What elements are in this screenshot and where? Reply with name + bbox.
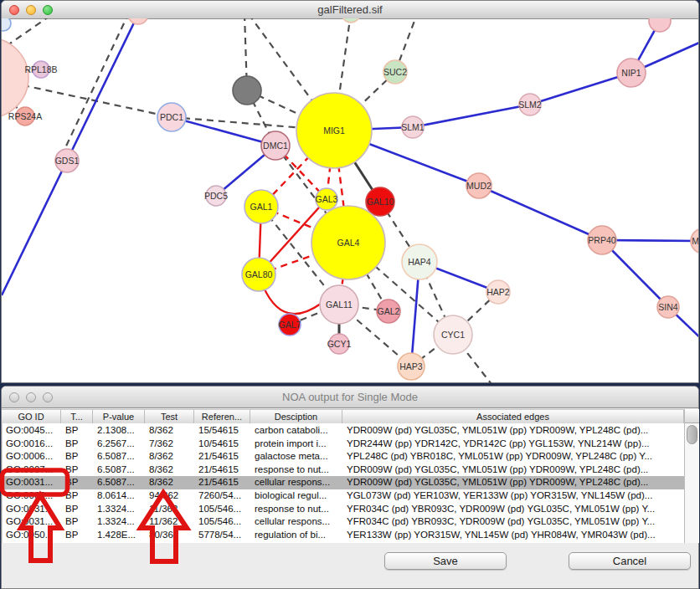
table-row[interactable]: GO:0007...BP6.5087...8/36221/54615respon…	[3, 464, 685, 477]
cell-pvalue: 6.5087...	[94, 464, 146, 477]
node-circle[interactable]	[649, 18, 671, 32]
node-circle[interactable]	[2, 38, 28, 118]
node-circle[interactable]	[233, 76, 261, 105]
node-unlabeled[interactable]	[2, 38, 28, 118]
column-header-test[interactable]: Test	[145, 410, 194, 423]
node-unlabeled[interactable]	[2, 18, 11, 31]
cell-test: 8/362	[146, 424, 195, 438]
node-PDC1[interactable]: PDC1	[157, 103, 186, 131]
save-button[interactable]: Save	[384, 552, 507, 570]
cell-edges: YPL248C (pd) YBR018C, YML051W (pp) YDR00…	[343, 450, 685, 464]
cell-description: carbon cataboli...	[251, 424, 343, 438]
node-circle[interactable]	[2, 18, 11, 31]
cell-test: 8/362	[146, 476, 195, 489]
table-row[interactable]: GO:0006...BP6.5087...8/36221/54615galact…	[3, 450, 685, 464]
minimize-button-icon[interactable]	[26, 392, 36, 402]
node-GAL1[interactable]: GAL1	[244, 190, 278, 223]
node-label: GAL80	[245, 269, 273, 279]
node-SLM2[interactable]: SLM2	[518, 94, 542, 115]
table-row[interactable]: GO:0045...BP2.1308...8/36215/54615carbon…	[3, 424, 685, 438]
node-RPL18B[interactable]: RPL18B	[24, 61, 57, 78]
node-circle[interactable]	[342, 18, 360, 23]
network-edge[interactable]	[2, 161, 67, 295]
node-label: MUD2	[466, 181, 492, 191]
node-SIN4[interactable]: SIN4	[657, 296, 679, 318]
cell-description: cellular respons...	[251, 476, 343, 489]
node-GAL11[interactable]: GAL11	[320, 285, 358, 324]
node-GAL10[interactable]: GAL10	[366, 187, 394, 216]
noa-titlebar[interactable]: NOA output for Single Mode	[2, 387, 698, 408]
network-window: galFiltered.sif RPL18BRPS24AGDS1PDC1DMC1…	[1, 0, 699, 383]
node-PRP40[interactable]: PRP40	[588, 226, 616, 254]
node-GDS1[interactable]: GDS1	[55, 149, 80, 172]
cell-reference: 7260/54...	[195, 489, 251, 503]
node-HAP4[interactable]: HAP4	[402, 244, 437, 279]
close-button-icon[interactable]	[9, 392, 19, 402]
network-titlebar[interactable]: galFiltered.sif	[2, 1, 698, 19]
network-canvas[interactable]: RPL18BRPS24AGDS1PDC1DMC1MIG1SUC2SLM1SLM2…	[2, 18, 698, 383]
zoom-button-icon[interactable]	[43, 5, 53, 15]
column-header-description[interactable]: Desciption	[250, 410, 342, 423]
table-row-selected[interactable]: GO:0031...BP6.5087...8/36221/54615cellul…	[3, 476, 685, 489]
node-label: DMC1	[263, 141, 288, 151]
node-circle[interactable]	[128, 18, 148, 24]
node-HAP2[interactable]: HAP2	[486, 280, 510, 304]
node-label: PRP40	[588, 235, 615, 245]
table-row[interactable]: GO:0016...BP6.2567...7/36210/54615protei…	[3, 438, 685, 451]
network-edge[interactable]	[479, 186, 602, 240]
network-edge[interactable]	[413, 105, 530, 127]
scrollbar-thumb[interactable]	[687, 425, 697, 444]
node-label: RPS24A	[8, 111, 42, 121]
cell-description: protein import i...	[251, 438, 343, 451]
cell-description: response to nut...	[251, 464, 343, 477]
column-header-reference[interactable]: Referen...	[194, 410, 250, 423]
node-HAP3[interactable]: HAP3	[398, 353, 425, 380]
node-label: SLM2	[518, 100, 542, 110]
node-unlabeled[interactable]	[649, 18, 671, 32]
node-MUD2[interactable]: MUD2	[466, 173, 492, 198]
node-GAL7[interactable]: GAL7	[279, 314, 301, 335]
zoom-button-icon[interactable]	[43, 392, 53, 402]
column-header-go[interactable]: GO ID	[2, 410, 61, 423]
cancel-button[interactable]: Cancel	[569, 552, 691, 570]
node-SUC2[interactable]: SUC2	[383, 60, 407, 84]
minimize-button-icon[interactable]	[26, 5, 36, 15]
vertical-scrollbar[interactable]	[684, 409, 699, 543]
table-row[interactable]: GO:0065...BP8.0614...94/3627260/54...bio…	[3, 489, 685, 503]
node-CYC1[interactable]: CYC1	[434, 315, 472, 354]
close-button-icon[interactable]	[9, 5, 19, 15]
table-row[interactable]: GO:0031...BP1.3324...11/362105/546...res…	[3, 503, 685, 516]
network-edge[interactable]	[64, 18, 129, 151]
node-label: HAP2	[486, 287, 510, 297]
network-edge[interactable]	[530, 73, 631, 105]
column-header-pvalue[interactable]: P-value	[93, 410, 145, 423]
node-GAL3[interactable]: GAL3	[316, 188, 338, 210]
node-DMC1[interactable]: DMC1	[261, 131, 290, 160]
node-GAL2[interactable]: GAL2	[377, 300, 400, 323]
cell-pvalue: 8.0614...	[94, 489, 146, 503]
noa-window-title: NOA output for Single Mode	[2, 387, 698, 407]
node-label: GCY1	[327, 339, 352, 349]
node-GAL80[interactable]: GAL80	[242, 258, 275, 291]
table-row[interactable]: GO:0031...BP1.3324...11/362105/546...cel…	[3, 515, 685, 529]
node-unlabeled[interactable]	[233, 76, 261, 105]
node-MIG1[interactable]: MIG1	[296, 93, 372, 168]
cell-type: BP	[62, 476, 94, 489]
node-NIP1[interactable]: NIP1	[617, 59, 646, 87]
node-GCY1[interactable]: GCY1	[327, 334, 352, 354]
cell-pvalue: 1.3324...	[94, 503, 146, 516]
node-label: GDS1	[55, 156, 80, 166]
cell-reference: 105/546...	[195, 515, 251, 529]
node-SLM1[interactable]: SLM1	[401, 116, 425, 138]
node-MSL1[interactable]: MSL1	[691, 228, 698, 254]
cell-reference: 21/54615	[195, 476, 251, 489]
cell-go: GO:0031...	[3, 503, 62, 516]
network-edge[interactable]	[67, 18, 138, 161]
table-row[interactable]: GO:0050...BP1.428E...80/3625778/54...reg…	[3, 529, 685, 542]
column-header-edges[interactable]: Associated edges	[342, 410, 684, 423]
cell-go: GO:0016...	[3, 438, 62, 451]
node-GAL4[interactable]: GAL4	[311, 206, 385, 279]
node-unlabeled[interactable]	[128, 18, 148, 24]
node-unlabeled[interactable]	[342, 18, 360, 23]
column-header-type[interactable]: T...	[61, 410, 93, 423]
